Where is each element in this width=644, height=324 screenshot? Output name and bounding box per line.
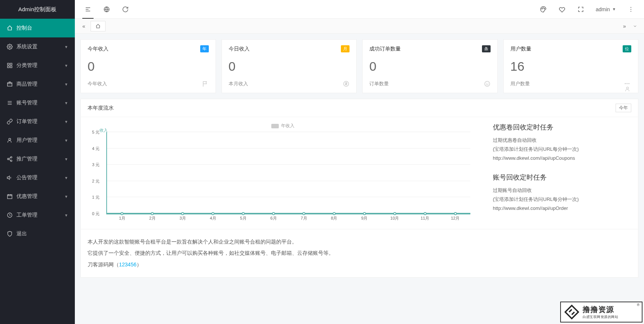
svg-point-28 [544, 8, 545, 9]
desc-line: 它提供了一个安全、便捷的方式，让用户可以购买各种账号，如社交媒体账号、电子邮箱、… [88, 247, 631, 259]
task-block-coupon: 优惠卷回收定时任务 过期优惠卷自动回收 (宝塔添加计划任务访问URL每分钟一次)… [493, 123, 631, 162]
tab-home[interactable] [91, 21, 106, 31]
x-tick-label: 11月 [421, 216, 429, 221]
svg-line-13 [9, 158, 11, 159]
svg-point-33 [485, 81, 490, 86]
svg-point-10 [10, 156, 12, 158]
sidebar-item-label: 公告管理 [16, 174, 64, 181]
stat-card-year-income: 今年收入 年 0 今年收入 [80, 39, 216, 93]
stat-title: 用户数量 [510, 46, 531, 52]
stat-title: 今年收入 [88, 46, 109, 52]
stat-card-today-income: 今日收入 月 0 本月收入 [222, 39, 357, 93]
sidebar-item-coupon[interactable]: 优惠管理 ▼ [0, 187, 75, 206]
data-point [211, 212, 214, 215]
sidebar-item-dashboard[interactable]: 控制台 [0, 19, 75, 37]
chevron-down-icon: ▼ [64, 213, 68, 217]
svg-point-30 [631, 9, 631, 9]
theme-button[interactable] [534, 0, 553, 19]
stat-value: 16 [510, 59, 632, 74]
data-point [181, 212, 184, 215]
panel-title: 本年度流水 [88, 105, 114, 111]
chevron-down-icon: ▼ [64, 120, 68, 124]
description: 本人开发的这款智能账号合租平台是一款旨在解决个人和企业之间账号合租的问题的平台。… [81, 229, 638, 277]
chart-area: 年收入 收入 0 元1 元2 元3 元4 元5 元1月2月3月4月5月6月7月8… [88, 123, 478, 223]
task-block-account: 账号回收定时任务 过期账号自动回收 (宝塔添加计划任务访问URL每分钟一次) h… [493, 173, 631, 213]
x-tick-label: 8月 [331, 216, 337, 221]
tabbar: « » [75, 19, 644, 34]
x-tick-label: 4月 [210, 216, 216, 221]
sidebar-item-logout[interactable]: 退出 [0, 224, 75, 243]
y-tick-label: 4 元 [92, 146, 468, 151]
sidebar-item-label: 账号管理 [16, 100, 64, 106]
data-point [151, 212, 154, 215]
stat-footer-label: 本月收入 [229, 80, 248, 87]
tab-next-button[interactable]: » [619, 21, 630, 31]
task-url: http://www.dkewl.com//api/upCoupons [493, 154, 631, 162]
y-tick-label: 0 元 [92, 211, 468, 217]
svg-line-14 [9, 159, 11, 161]
sidebar-item-label: 分类管理 [16, 62, 64, 69]
y-tick-label: 5 元 [92, 129, 468, 135]
task-url: http://www.dkewl.com//api/upOrder [493, 204, 631, 213]
stat-value: 0 [88, 59, 209, 74]
sidebar-item-label: 推广管理 [16, 156, 64, 162]
svg-point-0 [9, 46, 10, 48]
sidebar-item-category[interactable]: 分类管理 ▼ [0, 56, 75, 75]
package-icon [7, 81, 13, 87]
sidebar-item-product[interactable]: 商品管理 ▼ [0, 75, 75, 94]
user-menu[interactable]: admin ▼ [590, 6, 622, 12]
note-button[interactable] [553, 0, 571, 19]
desc-line: 刀客源码网（123456） [88, 259, 631, 270]
watermark: 撸撸资源 白嫖互联网资源的网站 ® [560, 302, 643, 323]
svg-marker-15 [7, 176, 9, 179]
smile-icon [484, 80, 491, 87]
x-tick-label: 1月 [119, 216, 125, 221]
fullscreen-button[interactable] [571, 0, 590, 19]
sidebar-item-user[interactable]: 用户管理 ▼ [0, 131, 75, 150]
tab-prev-button[interactable]: « [79, 21, 89, 31]
svg-point-29 [631, 7, 631, 7]
sidebar-item-notice[interactable]: 公告管理 ▼ [0, 168, 75, 187]
data-point [120, 212, 123, 215]
sidebar-item-system[interactable]: 系统设置 ▼ [0, 37, 75, 56]
menu-toggle-button[interactable] [79, 0, 97, 19]
svg-point-34 [486, 83, 486, 83]
side-info: 优惠卷回收定时任务 过期优惠卷自动回收 (宝塔添加计划任务访问URL每分钟一次)… [493, 123, 631, 223]
link-icon [7, 119, 13, 125]
desc-link[interactable]: 123456 [119, 262, 137, 268]
stat-badge: 月 [341, 45, 350, 52]
task-line: 过期优惠卷自动回收 [493, 136, 631, 144]
sidebar-item-label: 优惠管理 [16, 193, 64, 200]
sidebar-item-ticket[interactable]: 工单管理 ▼ [0, 206, 75, 224]
sidebar-item-label: 订单管理 [16, 118, 64, 125]
x-tick-label: 10月 [390, 216, 399, 221]
tab-dropdown-button[interactable] [630, 21, 640, 31]
svg-point-31 [631, 11, 631, 12]
data-point [302, 212, 305, 215]
desc-line: 本人开发的这款智能账号合租平台是一款旨在解决个人和企业之间账号合租的问题的平台。 [88, 236, 631, 248]
home-icon [7, 25, 13, 31]
sidebar-item-label: 退出 [16, 230, 68, 237]
stat-footer-label: 订单数量 [369, 80, 389, 87]
panel-tag[interactable]: 今年 [616, 104, 631, 112]
share-icon [7, 156, 13, 162]
dollar-icon [343, 80, 350, 87]
data-point [333, 212, 336, 215]
globe-button[interactable] [97, 0, 116, 19]
more-button[interactable] [622, 0, 640, 19]
task-line: 过期账号自动回收 [493, 186, 631, 195]
svg-point-11 [7, 158, 9, 160]
legend-swatch [271, 124, 279, 128]
stat-footer-label: 用户数量 [510, 80, 530, 87]
svg-point-35 [488, 83, 488, 83]
chart-panel: 本年度流水 今年 年收入 收入 0 元1 元2 元3 元4 元5 元1月2月3月… [80, 99, 638, 278]
sidebar: Admin控制面板 控制台 系统设置 ▼ 分类管理 ▼ 商品管理 ▼ [0, 0, 75, 324]
task-line: (宝塔添加计划任务访问URL每分钟一次) [493, 195, 631, 204]
chevron-down-icon: ▼ [612, 7, 616, 11]
sidebar-item-account[interactable]: 账号管理 ▼ [0, 94, 75, 112]
sidebar-item-promotion[interactable]: 推广管理 ▼ [0, 150, 75, 168]
y-tick-label: 3 元 [92, 162, 468, 168]
sidebar-item-order[interactable]: 订单管理 ▼ [0, 112, 75, 131]
refresh-button[interactable] [116, 0, 135, 19]
watermark-r: ® [637, 303, 640, 307]
